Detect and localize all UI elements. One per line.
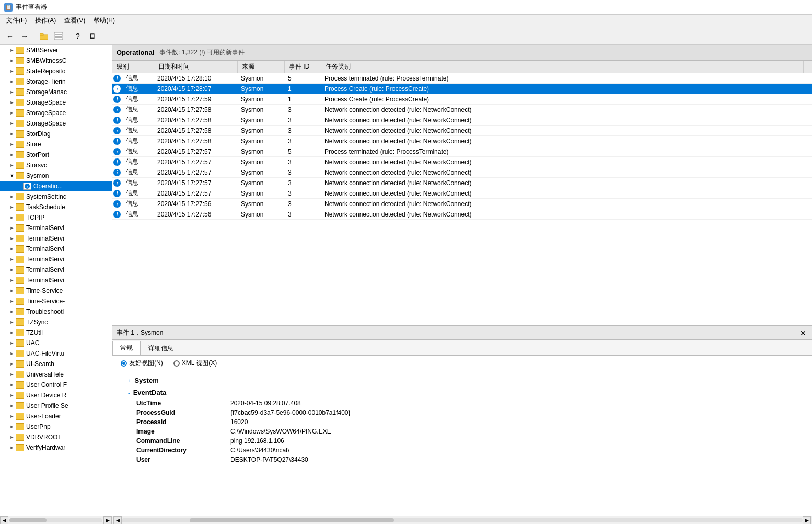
col-header-level[interactable]: 级别 (112, 61, 154, 73)
sidebar-item-storsvc[interactable]: ► Storsvc (0, 160, 112, 170)
sidebar-item-verifyhardwar[interactable]: ► VerifyHardwar (0, 442, 112, 453)
sidebar-item-userpnp[interactable]: ► UserPnp (0, 422, 112, 432)
menu-view[interactable]: 查看(V) (60, 15, 89, 26)
detail-close-button[interactable]: ✕ (798, 328, 808, 338)
menu-action[interactable]: 操作(A) (31, 15, 60, 26)
sidebar-item-terminalserv3[interactable]: ► TerminalServi (0, 244, 112, 254)
arrow-icon: ► (8, 299, 16, 304)
sidebar-item-troubleshoot[interactable]: ► Troubleshooti (0, 306, 112, 317)
forward-button[interactable]: → (18, 29, 31, 43)
sidebar-item-terminalserv2[interactable]: ► TerminalServi (0, 233, 112, 244)
sidebar-tree[interactable]: ► SMBServer ► SMBWitnessC ► StateReposit… (0, 45, 112, 516)
sidebar-item-storagespace3[interactable]: ► StorageSpace (0, 118, 112, 129)
sidebar-item-terminalserv6[interactable]: ► TerminalServi (0, 275, 112, 286)
sidebar-item-vdrvroot[interactable]: ► VDRVROOT (0, 432, 112, 442)
sidebar-item-ui-search[interactable]: ► UI-Search (0, 359, 112, 369)
detail-content[interactable]: + System - EventData UtcTime 2020-04-15 … (112, 371, 812, 516)
table-row[interactable]: i 信息 2020/4/15 17:27:57 Sysmon 3 Network… (112, 178, 812, 188)
sidebar-item-operational[interactable]: i Operatio... (0, 181, 112, 191)
sidebar-item-storage-tiering[interactable]: ► Storage-Tierin (0, 76, 112, 87)
scroll-left-button[interactable]: ◀ (0, 516, 8, 525)
folder-icon (16, 266, 24, 274)
sidebar-item-smbserver[interactable]: ► SMBServer (0, 45, 112, 55)
sidebar-item-uac[interactable]: ► UAC (0, 338, 112, 348)
hscroll-track[interactable] (122, 518, 803, 522)
hscroll-right-button[interactable]: ▶ (803, 516, 811, 525)
table-body[interactable]: i 信息 2020/4/15 17:28:10 Sysmon 5 Process… (112, 73, 812, 325)
sidebar-item-universaltele[interactable]: ► UniversalTele (0, 369, 112, 380)
sidebar-item-sysmon[interactable]: ▼ Sysmon (0, 170, 112, 181)
col-header-source[interactable]: 来源 (238, 61, 285, 73)
sidebar-item-label: StorageSpace (26, 99, 66, 106)
sidebar-item-taskscheduler[interactable]: ► TaskSchedule (0, 202, 112, 212)
table-row[interactable]: i 信息 2020/4/15 17:27:58 Sysmon 3 Network… (112, 115, 812, 126)
info-circle-icon: i (113, 106, 121, 113)
operational-tab[interactable]: Operational (117, 49, 154, 56)
sidebar-item-user-loader[interactable]: ► User-Loader (0, 411, 112, 422)
table-row[interactable]: i 信息 2020/4/15 17:27:57 Sysmon 3 Network… (112, 188, 812, 199)
table-row[interactable]: i 信息 2020/4/15 17:27:57 Sysmon 3 Network… (112, 157, 812, 167)
scroll-right-button[interactable]: ▶ (103, 516, 112, 525)
sidebar-item-timeservice1[interactable]: ► Time-Service (0, 286, 112, 296)
sidebar-item-storport[interactable]: ► StorPort (0, 150, 112, 160)
col-header-eventid[interactable]: 事件 ID (285, 61, 321, 73)
sidebar-item-timeservice2[interactable]: ► Time-Service- (0, 296, 112, 306)
sidebar-item-storagespace1[interactable]: ► StorageSpace (0, 97, 112, 108)
col-header-task[interactable]: 任务类别 (321, 61, 804, 73)
screen-button[interactable]: 🖥 (86, 29, 99, 43)
sidebar-item-tcpip[interactable]: ► TCPIP (0, 212, 112, 223)
table-row[interactable]: i 信息 2020/4/15 17:27:58 Sysmon 3 Network… (112, 126, 812, 136)
sidebar-item-smbwitnessc[interactable]: ► SMBWitnessC (0, 55, 112, 66)
table-row[interactable]: i 信息 2020/4/15 17:28:10 Sysmon 5 Process… (112, 73, 812, 84)
sidebar-item-staterepository[interactable]: ► StateReposito (0, 66, 112, 76)
sidebar-item-systemsettings[interactable]: ► SystemSettinc (0, 191, 112, 202)
sidebar-item-user-device-r[interactable]: ► User Device R (0, 390, 112, 401)
table-row[interactable]: i 信息 2020/4/15 17:27:57 Sysmon 3 Network… (112, 167, 812, 178)
sidebar-item-terminalserv1[interactable]: ► TerminalServi (0, 223, 112, 233)
sidebar-item-terminalserv5[interactable]: ► TerminalServi (0, 265, 112, 275)
horizontal-scroll-thumb[interactable] (9, 518, 47, 522)
hscroll-left-button[interactable]: ◀ (113, 516, 122, 525)
row-info-icon: i (112, 190, 122, 197)
sidebar-item-tzsync[interactable]: ► TZSync (0, 317, 112, 327)
table-row[interactable]: i 信息 2020/4/15 17:27:56 Sysmon 3 Network… (112, 199, 812, 209)
sidebar-item-store[interactable]: ► Store (0, 139, 112, 150)
table-row[interactable]: i 信息 2020/4/15 17:27:57 Sysmon 5 Process… (112, 146, 812, 157)
sidebar-item-storagemanac[interactable]: ► StorageManac (0, 87, 112, 97)
back-button[interactable]: ← (3, 29, 17, 43)
view-friendly-radio[interactable]: 友好视图(N) (121, 359, 163, 368)
menu-help[interactable]: 帮助(H) (89, 15, 119, 26)
table-row[interactable]: i 信息 2020/4/15 17:27:58 Sysmon 3 Network… (112, 105, 812, 115)
help-button[interactable]: ? (71, 29, 85, 43)
cell-level: 信息 (122, 188, 153, 199)
folder-button[interactable] (37, 29, 51, 43)
sidebar-item-label: TerminalServi (26, 256, 64, 263)
col-header-datetime[interactable]: 日期和时间 (154, 61, 238, 73)
arrow-icon: ► (8, 445, 16, 450)
menu-file[interactable]: 文件(F) (2, 15, 31, 26)
tab-general[interactable]: 常规 (112, 341, 141, 355)
cell-eventid: 3 (284, 199, 320, 209)
table-row[interactable]: i 信息 2020/4/15 17:28:07 Sysmon 1 Process… (112, 84, 812, 94)
eventdata-section-header[interactable]: - EventData (128, 389, 796, 396)
sidebar-item-user-profile-se[interactable]: ► User Profile Se (0, 401, 112, 411)
sidebar-item-terminalserv4[interactable]: ► TerminalServi (0, 254, 112, 265)
tab-details[interactable]: 详细信息 (141, 341, 181, 355)
table-row[interactable]: i 信息 2020/4/15 17:27:56 Sysmon 3 Network… (112, 209, 812, 220)
cell-level: 信息 (122, 198, 153, 209)
table-row[interactable]: i 信息 2020/4/15 17:27:59 Sysmon 1 Process… (112, 94, 812, 105)
folder-icon (16, 245, 24, 253)
sidebar-item-tzutil[interactable]: ► TZUtil (0, 327, 112, 338)
sidebar-item-user-control-f[interactable]: ► User Control F (0, 380, 112, 390)
sidebar-item-storagespace2[interactable]: ► StorageSpace (0, 108, 112, 118)
table-row[interactable]: i 信息 2020/4/15 17:27:58 Sysmon 3 Network… (112, 136, 812, 146)
sidebar-horizontal-scrollbar[interactable]: ◀ ▶ (0, 516, 112, 524)
hscroll-thumb[interactable] (190, 518, 394, 522)
detail-horizontal-scrollbar[interactable]: ◀ ▶ (112, 516, 812, 524)
horizontal-scroll-track[interactable] (9, 518, 102, 522)
view-xml-radio[interactable]: XML 视图(X) (173, 359, 217, 368)
list-button[interactable] (52, 29, 65, 43)
system-section-header[interactable]: + System (128, 377, 796, 384)
sidebar-item-stordiag[interactable]: ► StorDiag (0, 129, 112, 139)
sidebar-item-uac-filevertu[interactable]: ► UAC-FileVirtu (0, 348, 112, 359)
